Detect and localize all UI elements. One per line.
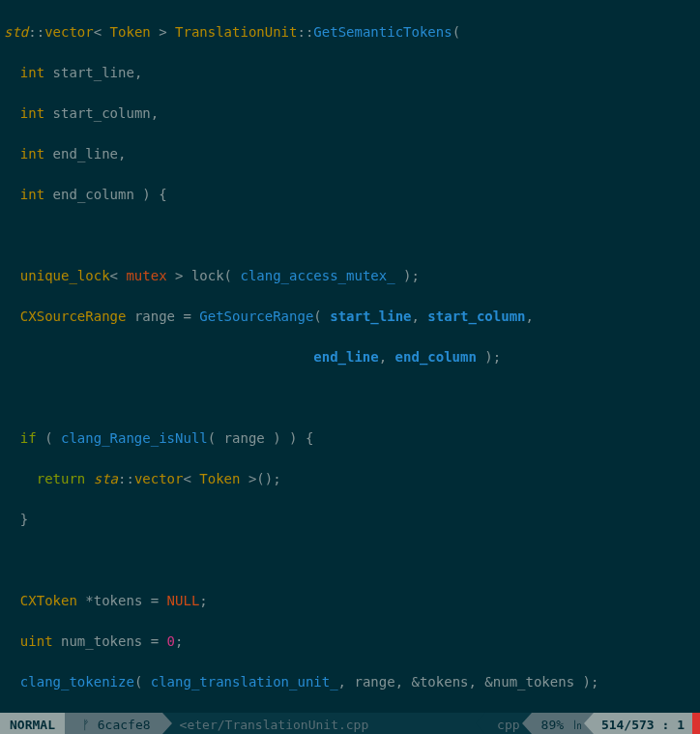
status-bar: NORMAL ᚠ 6cacfe8 <eter/TranslationUnit.c… (0, 713, 700, 734)
line-icon: ㏑ (571, 718, 584, 732)
code-line (4, 550, 696, 571)
code-line: uint num_tokens = 0; (4, 631, 696, 652)
code-line: CXToken *tokens = NULL; (4, 591, 696, 611)
code-line: int start_column, (4, 103, 696, 124)
code-line: } (4, 510, 696, 530)
code-line: end_line, end_column ); (4, 347, 696, 367)
code-editor[interactable]: std::vector< Token > TranslationUnit::Ge… (0, 0, 700, 734)
code-line: clang_tokenize( clang_translation_unit_,… (4, 672, 696, 692)
code-line (4, 225, 696, 246)
file-path: <eter/TranslationUnit.cpp (162, 713, 379, 734)
cursor-position: 514/573 : 1 (594, 713, 692, 734)
code-line: if ( clang_Range_isNull( range ) ) { (4, 428, 696, 449)
code-line: int end_line, (4, 144, 696, 164)
git-branch-indicator: ᚠ 6cacfe8 (65, 713, 162, 734)
code-line: int start_line, (4, 63, 696, 83)
code-line: int end_column ) { (4, 185, 696, 205)
error-indicator (692, 713, 700, 734)
code-line (4, 388, 696, 408)
code-line: unique_lock< mutex > lock( clang_access_… (4, 266, 696, 286)
code-line: CXSourceRange range = GetSourceRange( st… (4, 307, 696, 327)
code-line: return sta::vector< Token >(); (4, 469, 696, 489)
branch-icon: ᚠ (82, 718, 90, 732)
code-line: std::vector< Token > TranslationUnit::Ge… (4, 22, 696, 43)
vim-mode-indicator: NORMAL (0, 713, 65, 734)
